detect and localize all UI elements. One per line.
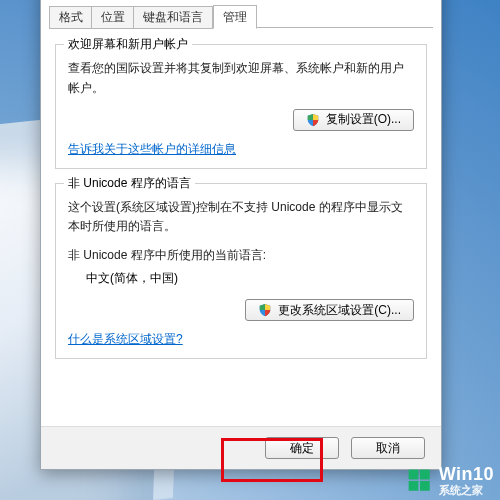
group-welcome-desc: 查看您的国际设置并将其复制到欢迎屏幕、系统帐户和新的用户帐户。 (68, 59, 414, 99)
svg-rect-1 (420, 469, 430, 479)
tab-strip: 格式 位置 键盘和语言 管理 (49, 0, 433, 28)
uac-shield-icon (306, 113, 320, 127)
windows-logo-icon (407, 468, 433, 494)
watermark-brand: Win10 (439, 465, 494, 483)
dialog-button-bar: 确定 取消 (41, 426, 441, 469)
tab-admin[interactable]: 管理 (213, 5, 257, 29)
accounts-info-link[interactable]: 告诉我关于这些帐户的详细信息 (68, 141, 236, 158)
group-non-unicode-desc: 这个设置(系统区域设置)控制在不支持 Unicode 的程序中显示文本时所使用的… (68, 198, 414, 238)
change-system-locale-button[interactable]: 更改系统区域设置(C)... (245, 299, 414, 321)
svg-rect-2 (408, 481, 418, 491)
what-is-system-locale-link[interactable]: 什么是系统区域设置? (68, 331, 183, 348)
copy-settings-label: 复制设置(O)... (326, 111, 401, 128)
tab-location[interactable]: 位置 (91, 6, 135, 29)
cancel-button[interactable]: 取消 (351, 437, 425, 459)
group-non-unicode: 非 Unicode 程序的语言 这个设置(系统区域设置)控制在不支持 Unico… (55, 183, 427, 360)
region-dialog: 格式 位置 键盘和语言 管理 欢迎屏幕和新用户帐户 查看您的国际设置并将其复制到… (40, 0, 442, 470)
group-welcome-screen: 欢迎屏幕和新用户帐户 查看您的国际设置并将其复制到欢迎屏幕、系统帐户和新的用户帐… (55, 44, 427, 169)
ok-button[interactable]: 确定 (265, 437, 339, 459)
watermark-site: 系统之家 (439, 485, 494, 496)
current-language-label: 非 Unicode 程序中所使用的当前语言: (68, 247, 414, 264)
group-non-unicode-legend: 非 Unicode 程序的语言 (64, 175, 195, 192)
tab-format[interactable]: 格式 (49, 6, 93, 29)
copy-settings-button[interactable]: 复制设置(O)... (293, 109, 414, 131)
tab-keyboard[interactable]: 键盘和语言 (133, 6, 213, 29)
watermark: Win10 系统之家 (407, 465, 494, 496)
current-language-value: 中文(简体，中国) (68, 270, 414, 287)
tab-admin-content: 欢迎屏幕和新用户帐户 查看您的国际设置并将其复制到欢迎屏幕、系统帐户和新的用户帐… (41, 28, 441, 359)
svg-rect-0 (408, 469, 418, 479)
svg-rect-3 (420, 481, 430, 491)
group-welcome-legend: 欢迎屏幕和新用户帐户 (64, 36, 192, 53)
uac-shield-icon (258, 303, 272, 317)
change-system-locale-label: 更改系统区域设置(C)... (278, 302, 401, 319)
